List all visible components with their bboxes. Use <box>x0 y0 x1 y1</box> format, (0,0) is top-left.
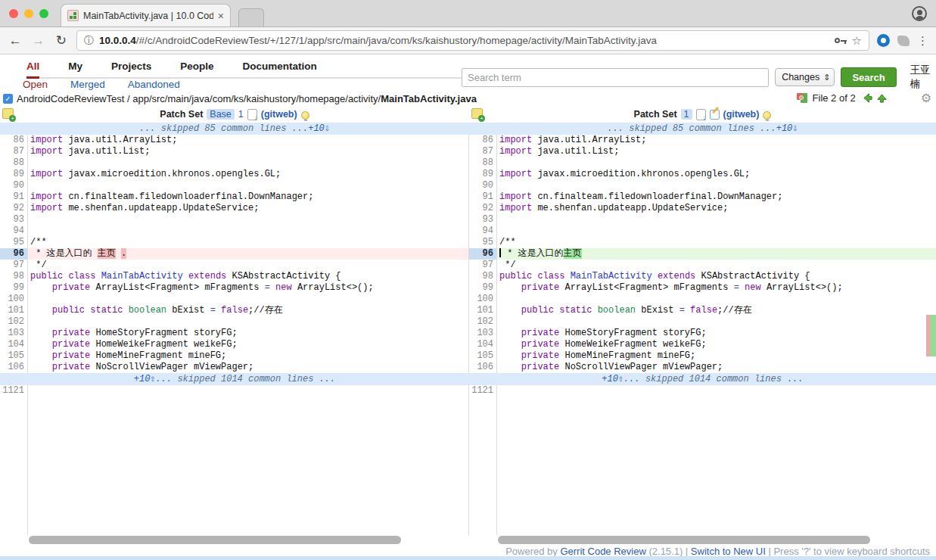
left-line-number[interactable]: 100 <box>0 294 28 305</box>
bookmark-star-icon[interactable]: ☆ <box>852 34 862 48</box>
left-horizontal-scrollbar[interactable] <box>29 536 401 544</box>
prev-file-arrow-icon[interactable] <box>862 92 873 104</box>
left-line-number[interactable]: 93 <box>0 214 28 226</box>
user-menu[interactable]: 王亚楠▼ <box>910 64 936 91</box>
search-scope-select[interactable]: Changes⇕ <box>775 68 835 86</box>
gitweb-link[interactable]: (gitweb) <box>723 109 760 120</box>
browser-menu-icon[interactable]: ⋮ <box>917 34 928 48</box>
right-line-number[interactable]: 104 <box>469 339 497 350</box>
right-line-number[interactable]: 106 <box>469 362 497 373</box>
tab-close-icon[interactable]: × <box>218 10 224 22</box>
left-line-number[interactable]: 89 <box>0 169 28 180</box>
left-line-number[interactable]: 104 <box>0 339 28 350</box>
left-line-number[interactable]: 90 <box>0 180 28 191</box>
right-line-number[interactable]: 102 <box>469 316 497 328</box>
left-line-number[interactable]: 98 <box>0 271 28 282</box>
right-line-number[interactable]: 97 <box>469 260 497 271</box>
minimize-window-button[interactable] <box>24 9 33 18</box>
left-line-number[interactable]: 101 <box>0 305 28 316</box>
gerrit-code-review-link[interactable]: Gerrit Code Review <box>560 546 645 557</box>
right-line-number[interactable]: 98 <box>469 271 497 282</box>
extension-icon-gray[interactable] <box>897 36 910 46</box>
forward-icon[interactable]: → <box>30 33 45 48</box>
add-file-comment-icon[interactable] <box>2 108 14 119</box>
extension-icon-blue[interactable] <box>877 34 890 47</box>
right-line-number[interactable]: 95 <box>469 237 497 248</box>
right-line-number[interactable]: 93 <box>469 214 497 226</box>
patch-set-1-selected[interactable]: 1 <box>681 109 692 120</box>
right-line-number[interactable]: 86 <box>469 135 497 146</box>
right-line-number[interactable]: 89 <box>469 169 497 180</box>
nav-subtab-abandoned[interactable]: Abandoned <box>128 79 180 90</box>
expand-lines-link[interactable]: +10⇩ <box>308 123 330 134</box>
password-key-icon[interactable] <box>835 37 847 44</box>
left-line-number[interactable]: 103 <box>0 328 28 339</box>
right-line-number[interactable]: 94 <box>469 226 497 237</box>
browser-profile-icon[interactable] <box>912 6 927 21</box>
right-line-number[interactable]: 105 <box>469 350 497 362</box>
search-input[interactable] <box>462 68 769 87</box>
diff-preferences-gear-icon[interactable]: ⚙ <box>921 91 931 105</box>
left-line-number[interactable]: 86 <box>0 135 28 146</box>
right-line-number[interactable]: 91 <box>469 191 497 203</box>
right-line-number[interactable]: 100 <box>469 294 497 305</box>
left-line-number[interactable]: 87 <box>0 146 28 157</box>
left-line-number[interactable]: 106 <box>0 362 28 373</box>
fullscreen-window-button[interactable] <box>39 9 48 18</box>
left-line-number[interactable]: 105 <box>0 350 28 362</box>
up-to-change-arrow-icon[interactable] <box>876 92 888 104</box>
nav-tab-documentation[interactable]: Documentation <box>243 61 317 72</box>
left-line-number[interactable]: 97 <box>0 260 28 271</box>
right-line-number[interactable]: 90 <box>469 180 497 191</box>
right-code-line: import java.util.ArrayList; <box>497 135 936 146</box>
right-line-number[interactable]: 92 <box>469 203 497 214</box>
left-line-number[interactable]: 91 <box>0 191 28 203</box>
nav-tab-people[interactable]: People <box>180 61 213 72</box>
nav-tab-my[interactable]: My <box>68 61 82 72</box>
nav-tab-all[interactable]: All <box>26 61 39 79</box>
left-line-number[interactable]: 94 <box>0 226 28 237</box>
right-line-number[interactable]: 103 <box>469 328 497 339</box>
edit-file-icon[interactable] <box>710 110 720 120</box>
nav-subtab-open[interactable]: Open <box>23 79 48 90</box>
switch-to-new-ui-link[interactable]: Switch to New UI <box>691 546 766 557</box>
download-icon[interactable] <box>247 109 257 120</box>
patch-set-1-link[interactable]: 1 <box>238 109 244 120</box>
left-line-number[interactable]: 95 <box>0 237 28 248</box>
right-line-number[interactable]: 87 <box>469 146 497 157</box>
reviewed-checkbox[interactable]: ✓ <box>3 94 13 104</box>
right-code-line: private HomeMineFragment mineFG; <box>497 350 936 362</box>
right-line-number[interactable]: 99 <box>469 282 497 294</box>
lightbulb-icon[interactable] <box>763 111 771 120</box>
back-icon[interactable]: ← <box>8 33 23 48</box>
expand-lines-link[interactable]: +10⇧ <box>602 374 623 384</box>
browser-tab[interactable]: MainTabActivity.java | 10.0 Cod × <box>61 4 231 26</box>
new-tab-button[interactable] <box>238 8 264 26</box>
right-line-number[interactable]: 1121 <box>469 385 497 397</box>
search-button[interactable]: Search <box>841 67 896 87</box>
gitweb-link[interactable]: (gitweb) <box>261 109 297 120</box>
right-line-number[interactable]: 88 <box>469 157 497 169</box>
left-line-number[interactable]: 92 <box>0 203 28 214</box>
right-line-number[interactable]: 101 <box>469 305 497 316</box>
left-line-number[interactable]: 1121 <box>0 385 28 397</box>
left-line-number[interactable]: 102 <box>0 316 28 328</box>
expand-lines-link[interactable]: +10⇧ <box>134 374 156 384</box>
left-line-number[interactable]: 99 <box>0 282 28 294</box>
lightbulb-icon[interactable] <box>301 111 309 120</box>
nav-subtab-merged[interactable]: Merged <box>70 79 105 90</box>
reload-icon[interactable]: ↻ <box>54 33 69 48</box>
page-info-icon[interactable]: ⓘ <box>84 34 94 48</box>
left-line-number[interactable]: 88 <box>0 157 28 169</box>
close-window-button[interactable] <box>9 9 18 18</box>
download-icon[interactable] <box>696 109 706 120</box>
patch-set-base-selected[interactable]: Base <box>207 109 235 120</box>
add-file-comment-icon[interactable] <box>471 108 483 119</box>
right-line-number[interactable]: 96 <box>469 248 497 260</box>
nav-tab-projects[interactable]: Projects <box>111 61 151 72</box>
right-horizontal-scrollbar[interactable] <box>498 536 870 544</box>
expand-lines-link[interactable]: +10⇩ <box>776 123 798 134</box>
left-line-number[interactable]: 96 <box>0 248 28 260</box>
url-bar[interactable]: ⓘ 10.0.0.4/#/c/AndroidCodeReviewTest/+/1… <box>76 30 869 51</box>
diff-line-row: 99 private ArrayList<Fragment> mFragment… <box>0 282 936 294</box>
